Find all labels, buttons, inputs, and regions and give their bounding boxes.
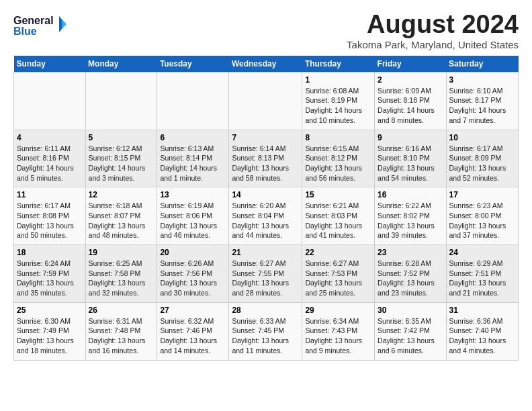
day-info: Sunrise: 6:10 AM Sunset: 8:17 PM Dayligh…: [449, 86, 515, 126]
calendar-day-cell: 22Sunrise: 6:27 AM Sunset: 7:53 PM Dayli…: [302, 245, 375, 303]
day-number: 10: [449, 133, 515, 142]
calendar-day-cell: 10Sunrise: 6:17 AM Sunset: 8:09 PM Dayli…: [446, 130, 518, 187]
day-number: 29: [305, 306, 371, 315]
calendar-day-cell: 1Sunrise: 6:08 AM Sunset: 8:19 PM Daylig…: [302, 72, 375, 130]
day-number: 12: [89, 190, 154, 199]
empty-cell: [229, 72, 302, 130]
calendar-week-row: 1Sunrise: 6:08 AM Sunset: 8:19 PM Daylig…: [14, 72, 519, 130]
day-number: 18: [17, 248, 83, 257]
calendar-week-row: 4Sunrise: 6:11 AM Sunset: 8:16 PM Daylig…: [14, 130, 519, 187]
day-info: Sunrise: 6:08 AM Sunset: 8:19 PM Dayligh…: [305, 86, 371, 126]
day-info: Sunrise: 6:09 AM Sunset: 8:18 PM Dayligh…: [378, 86, 443, 126]
calendar-day-cell: 28Sunrise: 6:33 AM Sunset: 7:45 PM Dayli…: [229, 302, 302, 360]
day-number: 15: [305, 190, 371, 199]
day-info: Sunrise: 6:28 AM Sunset: 7:52 PM Dayligh…: [378, 259, 443, 298]
day-number: 7: [232, 133, 299, 142]
calendar-day-cell: 12Sunrise: 6:18 AM Sunset: 8:07 PM Dayli…: [85, 187, 157, 245]
day-number: 6: [160, 133, 226, 142]
day-number: 24: [449, 248, 515, 257]
day-number: 11: [17, 190, 83, 199]
day-number: 2: [378, 75, 443, 85]
weekday-header-sunday: Sunday: [14, 56, 86, 73]
day-info: Sunrise: 6:13 AM Sunset: 8:14 PM Dayligh…: [160, 144, 226, 183]
day-info: Sunrise: 6:23 AM Sunset: 8:00 PM Dayligh…: [449, 201, 515, 240]
day-info: Sunrise: 6:24 AM Sunset: 7:59 PM Dayligh…: [17, 259, 83, 298]
day-number: 22: [305, 248, 371, 257]
calendar-week-row: 11Sunrise: 6:17 AM Sunset: 8:08 PM Dayli…: [14, 187, 519, 245]
calendar-day-cell: 7Sunrise: 6:14 AM Sunset: 8:13 PM Daylig…: [229, 130, 302, 187]
day-number: 26: [89, 306, 154, 315]
day-info: Sunrise: 6:21 AM Sunset: 8:03 PM Dayligh…: [305, 201, 371, 240]
calendar-table: SundayMondayTuesdayWednesdayThursdayFrid…: [13, 56, 519, 361]
day-number: 13: [160, 190, 226, 199]
day-number: 9: [378, 133, 443, 142]
day-number: 19: [89, 248, 154, 257]
day-number: 5: [89, 133, 154, 142]
calendar-day-cell: 27Sunrise: 6:32 AM Sunset: 7:46 PM Dayli…: [157, 302, 229, 360]
calendar-day-cell: 5Sunrise: 6:12 AM Sunset: 8:15 PM Daylig…: [85, 130, 157, 187]
empty-cell: [85, 72, 157, 130]
svg-marker-3: [62, 19, 67, 30]
svg-text:Blue: Blue: [13, 26, 37, 37]
day-number: 28: [232, 306, 299, 315]
day-info: Sunrise: 6:30 AM Sunset: 7:49 PM Dayligh…: [17, 316, 83, 356]
day-info: Sunrise: 6:26 AM Sunset: 7:56 PM Dayligh…: [160, 259, 226, 298]
day-number: 1: [305, 75, 371, 85]
empty-cell: [14, 72, 86, 130]
calendar-day-cell: 6Sunrise: 6:13 AM Sunset: 8:14 PM Daylig…: [157, 130, 229, 187]
calendar-day-cell: 30Sunrise: 6:35 AM Sunset: 7:42 PM Dayli…: [375, 302, 446, 360]
calendar-day-cell: 31Sunrise: 6:36 AM Sunset: 7:40 PM Dayli…: [446, 302, 518, 360]
day-number: 14: [232, 190, 299, 199]
calendar-day-cell: 19Sunrise: 6:25 AM Sunset: 7:58 PM Dayli…: [85, 245, 157, 303]
day-number: 20: [160, 248, 226, 257]
day-info: Sunrise: 6:17 AM Sunset: 8:08 PM Dayligh…: [17, 201, 83, 240]
day-info: Sunrise: 6:36 AM Sunset: 7:40 PM Dayligh…: [449, 316, 515, 356]
day-info: Sunrise: 6:19 AM Sunset: 8:06 PM Dayligh…: [160, 201, 226, 240]
day-number: 21: [232, 248, 299, 257]
header: General Blue August 2024 Takoma Park, Ma…: [13, 11, 519, 50]
calendar-day-cell: 20Sunrise: 6:26 AM Sunset: 7:56 PM Dayli…: [157, 245, 229, 303]
calendar-day-cell: 17Sunrise: 6:23 AM Sunset: 8:00 PM Dayli…: [446, 187, 518, 245]
day-info: Sunrise: 6:11 AM Sunset: 8:16 PM Dayligh…: [17, 144, 83, 183]
calendar-day-cell: 25Sunrise: 6:30 AM Sunset: 7:49 PM Dayli…: [14, 302, 86, 360]
calendar-day-cell: 23Sunrise: 6:28 AM Sunset: 7:52 PM Dayli…: [375, 245, 446, 303]
title-block: August 2024 Takoma Park, Maryland, Unite…: [347, 11, 519, 50]
weekday-header-thursday: Thursday: [302, 56, 375, 73]
day-number: 17: [449, 190, 515, 199]
calendar-day-cell: 29Sunrise: 6:34 AM Sunset: 7:43 PM Dayli…: [302, 302, 375, 360]
day-info: Sunrise: 6:25 AM Sunset: 7:58 PM Dayligh…: [89, 259, 154, 298]
calendar-week-row: 25Sunrise: 6:30 AM Sunset: 7:49 PM Dayli…: [14, 302, 519, 360]
day-info: Sunrise: 6:34 AM Sunset: 7:43 PM Dayligh…: [305, 316, 371, 356]
day-info: Sunrise: 6:14 AM Sunset: 8:13 PM Dayligh…: [232, 144, 299, 183]
day-info: Sunrise: 6:32 AM Sunset: 7:46 PM Dayligh…: [160, 316, 226, 356]
weekday-header-friday: Friday: [375, 56, 446, 73]
day-info: Sunrise: 6:35 AM Sunset: 7:42 PM Dayligh…: [378, 316, 443, 356]
location-subtitle: Takoma Park, Maryland, United States: [347, 39, 519, 50]
calendar-day-cell: 16Sunrise: 6:22 AM Sunset: 8:02 PM Dayli…: [375, 187, 446, 245]
day-number: 3: [449, 75, 515, 85]
day-info: Sunrise: 6:22 AM Sunset: 8:02 PM Dayligh…: [378, 201, 443, 240]
day-info: Sunrise: 6:16 AM Sunset: 8:10 PM Dayligh…: [378, 144, 443, 183]
day-number: 16: [378, 190, 443, 199]
calendar-day-cell: 4Sunrise: 6:11 AM Sunset: 8:16 PM Daylig…: [14, 130, 86, 187]
day-info: Sunrise: 6:27 AM Sunset: 7:53 PM Dayligh…: [305, 259, 371, 298]
calendar-day-cell: 2Sunrise: 6:09 AM Sunset: 8:18 PM Daylig…: [375, 72, 446, 130]
weekday-header-tuesday: Tuesday: [157, 56, 229, 73]
day-number: 8: [305, 133, 371, 142]
calendar-day-cell: 8Sunrise: 6:15 AM Sunset: 8:12 PM Daylig…: [302, 130, 375, 187]
calendar-day-cell: 24Sunrise: 6:29 AM Sunset: 7:51 PM Dayli…: [446, 245, 518, 303]
calendar-day-cell: 14Sunrise: 6:20 AM Sunset: 8:04 PM Dayli…: [229, 187, 302, 245]
day-info: Sunrise: 6:15 AM Sunset: 8:12 PM Dayligh…: [305, 144, 371, 183]
calendar-day-cell: 3Sunrise: 6:10 AM Sunset: 8:17 PM Daylig…: [446, 72, 518, 130]
day-number: 31: [449, 306, 515, 315]
month-year-title: August 2024: [347, 11, 519, 39]
day-info: Sunrise: 6:20 AM Sunset: 8:04 PM Dayligh…: [232, 201, 299, 240]
day-info: Sunrise: 6:29 AM Sunset: 7:51 PM Dayligh…: [449, 259, 515, 298]
empty-cell: [157, 72, 229, 130]
logo-icon: General Blue: [13, 11, 67, 38]
day-number: 23: [378, 248, 443, 257]
logo: General Blue: [13, 11, 67, 38]
weekday-header-row: SundayMondayTuesdayWednesdayThursdayFrid…: [14, 56, 519, 73]
day-number: 27: [160, 306, 226, 315]
day-info: Sunrise: 6:18 AM Sunset: 8:07 PM Dayligh…: [89, 201, 154, 240]
